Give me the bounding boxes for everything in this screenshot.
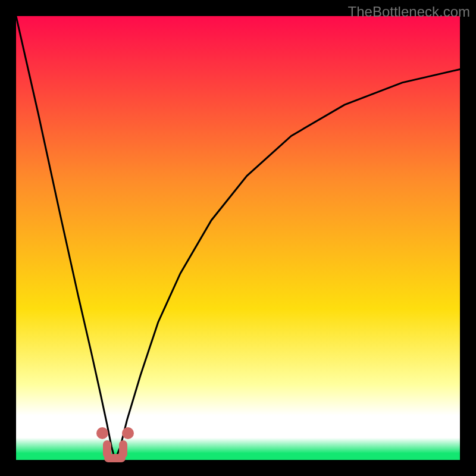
watermark-text: TheBottleneck.com xyxy=(348,4,470,20)
dip-bottom-seg xyxy=(104,454,126,462)
bottleneck-curve xyxy=(16,16,460,460)
chart-root: TheBottleneck.com xyxy=(0,0,476,476)
plot-area xyxy=(16,16,460,460)
curve-layer xyxy=(16,16,460,460)
